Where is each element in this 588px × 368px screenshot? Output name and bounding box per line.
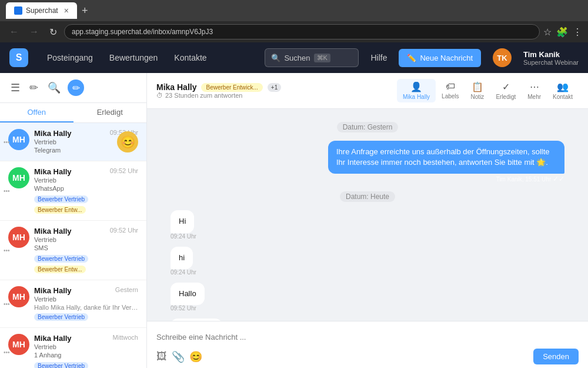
- browser-nav: ← → ↻ app.staging.superchat.de/inbox/amn…: [0, 21, 588, 42]
- list-item[interactable]: ••• MH Mika Hally 09:52 Uhr Vertrieb SMS…: [0, 221, 146, 280]
- badge: Bewerber Vertrieb: [34, 362, 88, 368]
- browser-tab[interactable]: Superchat ×: [6, 2, 77, 19]
- contact-icon: 👥: [557, 81, 569, 92]
- image-icon[interactable]: 🖼: [156, 350, 167, 363]
- action-label: Mehr: [527, 94, 541, 100]
- new-message-button[interactable]: ✏️ Neue Nachricht: [399, 49, 481, 67]
- search-shortcut: ⌘K: [314, 54, 330, 62]
- item-dots: •••: [4, 139, 10, 145]
- nav-posteingang[interactable]: Posteingang: [40, 49, 100, 66]
- send-button[interactable]: Senden: [533, 349, 579, 364]
- conv-channel: Vertrieb: [34, 236, 138, 243]
- conv-subchannel: 1 Anhang: [34, 352, 138, 359]
- sidebar: ☰ ✏ 🔍 ✏ Offen Erledigt ••• MH Mika Hally…: [0, 73, 147, 368]
- sidebar-compose-button[interactable]: ✏: [68, 79, 84, 96]
- list-item[interactable]: ••• MH Mika Hally 09:52 Uhr Vertrieb Wha…: [0, 161, 146, 221]
- conv-content: Mika Hally Mittwoch Vertrieb 1 Anhang Be…: [34, 334, 138, 368]
- list-item[interactable]: ••• MH Mika Hally 09:53 Uhr Vertrieb Tel…: [0, 123, 146, 161]
- tab-done[interactable]: Erledigt: [74, 103, 147, 122]
- item-dots: •••: [4, 247, 10, 254]
- list-item[interactable]: ••• MH Mika Hally Gestern Vertrieb Hallo…: [0, 280, 146, 328]
- sidebar-menu-button[interactable]: ☰: [8, 79, 22, 97]
- new-message-label: Neue Nachricht: [420, 54, 473, 62]
- sidebar-header: ☰ ✏ 🔍 ✏: [0, 73, 146, 103]
- action-mehr[interactable]: ⋯ Mehr: [522, 79, 547, 102]
- pencil-icon: ✏️: [407, 54, 416, 62]
- address-bar[interactable]: app.staging.superchat.de/inbox/amnpV6JpJ…: [64, 24, 540, 39]
- conv-name: Mika Hally: [34, 129, 72, 138]
- action-labels[interactable]: 🏷 Labels: [436, 79, 465, 102]
- badge: Bewerber Vertrieb: [34, 255, 88, 263]
- message-time: 09:24 Uhr: [171, 233, 196, 240]
- emoji-icon[interactable]: 😊: [189, 350, 202, 363]
- message-bubble-incoming: Hi: [171, 210, 194, 233]
- action-label: Notiz: [471, 94, 485, 100]
- message-wrapper: Hallo 09:52 Uhr: [171, 283, 564, 314]
- action-erledigt[interactable]: ✓ Erledigt: [490, 79, 522, 102]
- user-name: Tim Kanik: [523, 50, 579, 59]
- message-wrapper: hi 09:24 Uhr: [171, 247, 564, 278]
- browser-icons: ☆ 🧩 ⋮: [543, 26, 582, 38]
- more-icon: ⋯: [530, 81, 539, 92]
- conv-badges: Bewerber Vertrieb Bewerber Entw...: [34, 193, 138, 214]
- conv-avatar: MH: [8, 286, 29, 307]
- action-mika-hally[interactable]: 👤 Mika Hally: [397, 79, 436, 102]
- date-divider-yesterday: Datum: Gestern: [171, 123, 564, 131]
- conv-avatar: MH: [8, 227, 29, 248]
- date-today-label: Datum: Heute: [340, 191, 395, 202]
- date-divider-today: Datum: Heute: [171, 193, 564, 201]
- compose-input[interactable]: [156, 327, 579, 346]
- conv-subchannel: SMS: [34, 244, 138, 251]
- action-label: Mika Hally: [403, 94, 430, 100]
- main-layout: ☰ ✏ 🔍 ✏ Offen Erledigt ••• MH Mika Hally…: [0, 73, 588, 368]
- message-wrapper: Hi 09:24 Uhr: [171, 210, 564, 241]
- badge: Bewerber Vertrieb: [34, 313, 88, 321]
- tab-close-button[interactable]: ×: [64, 6, 69, 15]
- action-notiz[interactable]: 📋 Notiz: [465, 79, 490, 102]
- message-text: Hallo: [179, 289, 196, 298]
- new-tab-button[interactable]: +: [82, 5, 88, 17]
- attachment-icon[interactable]: 📎: [172, 350, 185, 363]
- list-item[interactable]: ••• MH Mika Hally Mittwoch Vertrieb 1 An…: [0, 328, 146, 368]
- conv-time: 09:52 Uhr: [110, 167, 138, 174]
- conv-content: Mika Hally Gestern Vertrieb Hallo Mika H…: [34, 286, 138, 321]
- note-icon: 📋: [472, 81, 483, 92]
- tab-title: Superchat: [26, 6, 58, 15]
- conv-badges: Bewerber Vertrieb: [34, 311, 138, 321]
- nav-bewertungen[interactable]: Bewertungen: [102, 49, 165, 66]
- back-button[interactable]: ←: [6, 25, 22, 38]
- badge: Bewerber Entw...: [34, 266, 86, 273]
- conv-content: Mika Hally 09:52 Uhr Vertrieb SMS Bewerb…: [34, 227, 138, 274]
- avatar-initials: TK: [497, 54, 507, 62]
- conv-channel: Vertrieb: [34, 177, 138, 184]
- read-checkmarks: ✓✓: [553, 175, 564, 183]
- emoji-avatar: 😊: [117, 131, 138, 152]
- check-icon: ✓: [502, 81, 510, 92]
- app-nav: Posteingang Bewertungen Kontakte: [40, 49, 253, 66]
- clock-icon: ⏱: [156, 92, 163, 99]
- message-text: Ihre Anfrage erreichte uns außerhalb der…: [336, 147, 550, 167]
- message-time: 09:52 Uhr: [171, 305, 196, 311]
- conv-meta: Mika Hally 09:52 Uhr: [34, 167, 138, 176]
- conv-avatar: MH: [8, 334, 29, 355]
- conv-badges: Bewerber Vertrieb: [34, 360, 138, 368]
- tab-favicon: [14, 6, 22, 15]
- user-subtitle: Superchat Webinar: [523, 59, 579, 66]
- bookmark-icon: ☆: [543, 26, 552, 38]
- search-bar[interactable]: 🔍 Suchen ⌘K: [265, 48, 359, 67]
- conv-name: Mika Hally: [34, 227, 72, 236]
- action-kontakt[interactable]: 👥 Kontakt: [547, 79, 579, 102]
- refresh-button[interactable]: ↻: [46, 25, 61, 39]
- sidebar-edit-button[interactable]: ✏: [27, 79, 41, 97]
- messages-area: Datum: Gestern Ihre Anfrage erreichte un…: [147, 109, 588, 321]
- forward-button[interactable]: →: [26, 25, 42, 38]
- sidebar-search-button[interactable]: 🔍: [45, 79, 63, 97]
- message-bubble-outgoing: Ihre Anfrage erreichte uns außerhalb der…: [328, 141, 564, 174]
- help-button[interactable]: Hilfe: [370, 53, 387, 62]
- conv-name: Mika Hally: [34, 167, 72, 176]
- message-text: Hi: [179, 217, 186, 226]
- labels-icon: 🏷: [446, 81, 455, 92]
- person-icon: 👤: [410, 81, 422, 92]
- nav-kontakte[interactable]: Kontakte: [167, 49, 213, 66]
- tab-open[interactable]: Offen: [0, 103, 74, 122]
